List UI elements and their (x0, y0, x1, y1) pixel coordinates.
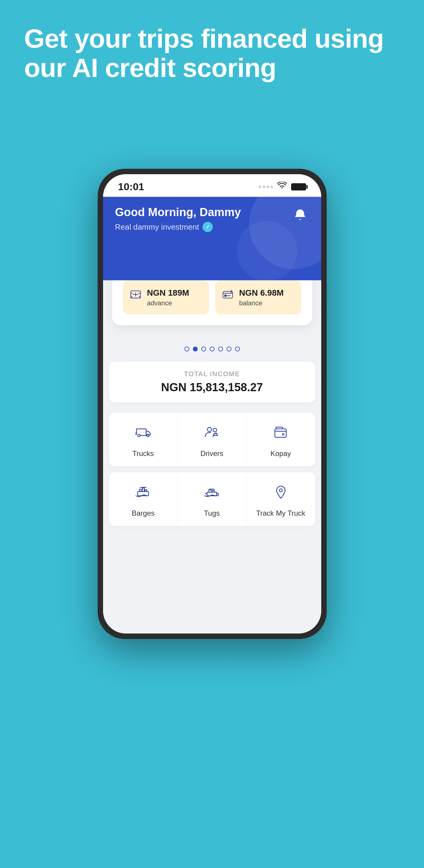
phone-mockup: 10:01 (98, 169, 327, 832)
carousel-dot-4[interactable] (210, 347, 215, 351)
greeting-section: Good Morning, Dammy Real dammy investmen… (115, 206, 241, 232)
phone-screen: 10:01 (103, 174, 321, 633)
greeting-subtitle: Real dammy investment ✓ (115, 222, 241, 232)
svg-point-8 (282, 433, 284, 435)
tugs-label: Tugs (204, 509, 220, 518)
grid-row-1: Trucks Drivers (109, 412, 315, 466)
grid-item-barges[interactable]: Barges (109, 472, 178, 526)
barges-icon (134, 483, 152, 505)
balance-text: NGN 6.98M balance (239, 288, 284, 307)
tugs-icon (203, 483, 221, 505)
grid-item-kopay[interactable]: Kopay (246, 412, 315, 466)
verified-badge: ✓ (203, 222, 213, 232)
total-income-section: TOTAL INCOME NGN 15,813,158.27 (109, 362, 315, 402)
carousel-dot-2[interactable] (193, 347, 198, 351)
amount-card: Amount Receivable (112, 280, 312, 325)
svg-rect-7 (275, 429, 286, 437)
grid-item-drivers[interactable]: Drivers (178, 412, 246, 466)
svg-point-11 (279, 489, 282, 492)
svg-point-5 (207, 427, 212, 432)
wifi-icon (277, 182, 287, 192)
truck-icon (134, 424, 152, 445)
carousel-dot-5[interactable] (218, 347, 223, 351)
trucks-label: Trucks (132, 450, 154, 458)
signal-icon (259, 186, 273, 188)
svg-point-6 (213, 428, 217, 432)
track-icon (272, 483, 290, 505)
balance-label: balance (239, 299, 284, 307)
subtitle-text: Real dammy investment (115, 222, 199, 232)
carousel-dot-1[interactable] (184, 347, 189, 351)
svg-point-2 (224, 295, 226, 297)
drivers-icon (203, 424, 221, 445)
greeting-name: Good Morning, Dammy (115, 206, 241, 219)
advance-box: NGN 189M advance (123, 281, 209, 314)
drivers-label: Drivers (201, 450, 223, 458)
hero-heading: Get your trips financed using our AI cre… (24, 24, 400, 83)
grid-item-tugs[interactable]: Tugs (178, 472, 246, 526)
advance-text: NGN 189M advance (147, 288, 189, 307)
grid-row-2: Barges Tugs (109, 472, 315, 526)
amount-boxes: NGN 189M advance (123, 281, 301, 314)
advance-value: NGN 189M (147, 288, 189, 298)
phone-shell: 10:01 (98, 169, 327, 639)
track-my-truck-label: Track My Truck (256, 509, 305, 518)
carousel-dots (103, 341, 321, 358)
carousel-dot-3[interactable] (201, 347, 206, 351)
balance-box: NGN 6.98M balance (215, 281, 301, 314)
balance-value: NGN 6.98M (239, 288, 284, 298)
wallet-icon (272, 424, 290, 445)
balance-icon (221, 288, 235, 304)
app-header: Good Morning, Dammy Real dammy investmen… (103, 197, 321, 280)
grid-item-trucks[interactable]: Trucks (109, 412, 178, 466)
card-area: Amount Receivable (103, 280, 321, 633)
advance-label: advance (147, 299, 189, 307)
svg-point-4 (147, 434, 149, 437)
barges-label: Barges (132, 509, 155, 518)
kopay-label: Kopay (270, 450, 291, 458)
status-time: 10:01 (118, 181, 144, 193)
battery-icon (291, 183, 306, 190)
svg-point-3 (138, 434, 140, 437)
bell-icon[interactable] (291, 206, 309, 224)
status-icons (259, 182, 306, 192)
advance-icon (129, 288, 142, 304)
grid-item-track-my-truck[interactable]: Track My Truck (246, 472, 315, 526)
total-income-value: NGN 15,813,158.27 (118, 381, 306, 394)
carousel-dot-6[interactable] (226, 347, 232, 351)
total-income-label: TOTAL INCOME (118, 370, 306, 378)
carousel-dot-7[interactable] (235, 347, 240, 351)
status-bar: 10:01 (103, 174, 321, 197)
